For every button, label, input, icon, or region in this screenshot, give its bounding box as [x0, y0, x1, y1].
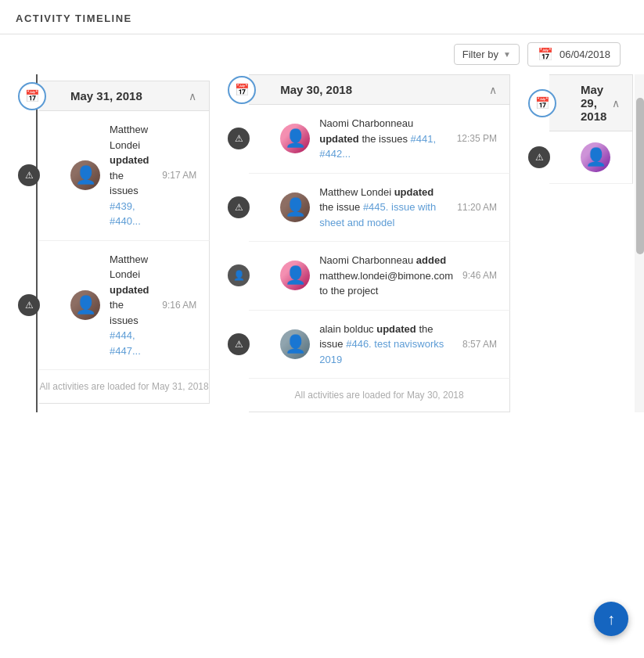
day-title-may29: May 29, 2018	[581, 83, 612, 123]
day-header-may31: 📅 May 31, 2018 ∧	[39, 81, 210, 111]
activity-item-5: 👤 👤 Naomi Charbonneau added matthew.lond…	[249, 242, 510, 311]
page-title: ACTIVITY TIMELINE	[16, 13, 132, 24]
page-header: ACTIVITY TIMELINE	[0, 0, 644, 34]
day-section-may29: 📅 May 29, 2018 ∧ ⚠ 👤	[534, 74, 633, 412]
day-section-may30: 📅 May 30, 2018 ∧ ⚠ 👤 Naomi Charbonneau u…	[233, 74, 510, 412]
calendar-icon: 📅	[538, 47, 553, 62]
day-title-may30: May 30, 2018	[280, 83, 489, 96]
activity-text-6: alain bolduc updated the issue #446. tes…	[319, 322, 453, 368]
day-header-calendar-icon-30: 📅	[228, 76, 256, 104]
activity-warning-icon-3: ⚠	[228, 128, 250, 149]
avatar-6: 👤	[280, 329, 310, 359]
day-header-calendar-icon-29: 📅	[528, 89, 556, 117]
avatar-1: 👤	[70, 160, 100, 190]
activity-time-1: 9:17 AM	[162, 170, 196, 181]
avatar-7: 👤	[581, 142, 610, 172]
activity-time-6: 8:57 AM	[462, 339, 497, 350]
filter-button[interactable]: Filter by ▼	[454, 44, 520, 65]
activity-text-3: Naomi Charbonneau updated the issues #44…	[319, 116, 447, 162]
all-loaded-may31: All activities are loaded for May 31, 20…	[39, 370, 210, 404]
activity-item-6: ⚠ 👤 alain bolduc updated the issue #446.…	[249, 311, 510, 379]
avatar-4: 👤	[280, 192, 310, 222]
all-loaded-may30: All activities are loaded for May 30, 20…	[249, 379, 510, 412]
activity-text-4: Matthew Londei updated the issue #445. i…	[319, 185, 448, 231]
activity-warning-icon-7: ⚠	[528, 146, 550, 168]
scroll-to-top-fab[interactable]: ↑	[594, 602, 628, 636]
activity-item-7: ⚠ 👤	[549, 131, 633, 184]
filter-label: Filter by	[462, 49, 498, 60]
activity-item-2: ⚠ 👤 Matthew Londei updated the issues #4…	[39, 241, 210, 371]
day-header-may30: 📅 May 30, 2018 ∧	[249, 74, 510, 105]
activity-text-2: Matthew Londei updated the issues #444, …	[110, 252, 153, 359]
arrow-up-icon: ↑	[607, 610, 615, 628]
page-wrapper: ACTIVITY TIMELINE Filter by ▼ 📅 06/04/20…	[0, 0, 644, 412]
avatar-2: 👤	[70, 290, 100, 320]
toolbar: Filter by ▼ 📅 06/04/2018	[0, 34, 644, 74]
day-section-may31: 📅 May 31, 2018 ∧ ⚠ 👤 Matthew Londei upda…	[23, 81, 210, 412]
activity-warning-icon-1: ⚠	[18, 164, 40, 186]
day-title-may31: May 31, 2018	[70, 89, 189, 102]
activity-time-5: 9:46 AM	[462, 270, 497, 281]
activity-time-4: 11:20 AM	[457, 202, 497, 213]
scrollbar-thumb[interactable]	[636, 98, 644, 254]
issue-link-4[interactable]: #445. issue with sheet and model	[319, 201, 436, 228]
content-area: 📅 May 31, 2018 ∧ ⚠ 👤 Matthew Londei upda…	[0, 74, 644, 412]
activity-text-1: Matthew Londei updated the issues #439, …	[110, 122, 153, 229]
activity-warning-icon-2: ⚠	[18, 294, 40, 316]
collapse-icon-may30[interactable]: ∧	[489, 84, 497, 96]
day-header-calendar-icon: 📅	[18, 82, 46, 110]
date-picker[interactable]: 📅 06/04/2018	[527, 42, 621, 67]
activity-warning-icon-4: ⚠	[228, 196, 250, 218]
activity-item-4: ⚠ 👤 Matthew Londei updated the issue #44…	[249, 174, 510, 243]
activity-text-5: Naomi Charbonneau added matthew.londei@b…	[319, 253, 453, 299]
activity-time-3: 12:35 PM	[457, 133, 497, 144]
chevron-down-icon: ▼	[503, 50, 511, 59]
issue-link-6[interactable]: #446. test navisworks 2019	[319, 338, 444, 365]
activity-warning-icon-6: ⚠	[228, 333, 250, 355]
activity-person-icon-5: 👤	[228, 264, 250, 286]
activity-item-1: ⚠ 👤 Matthew Londei updated the issues #4…	[39, 111, 210, 241]
issue-link-1[interactable]: #439, #440...	[110, 200, 141, 228]
collapse-icon-may31[interactable]: ∧	[189, 90, 196, 102]
avatar-5: 👤	[280, 261, 310, 290]
day-header-may29: 📅 May 29, 2018 ∧	[549, 74, 633, 131]
activity-item-3: ⚠ 👤 Naomi Charbonneau updated the issues…	[249, 105, 510, 174]
issue-link-2[interactable]: #444, #447...	[110, 329, 141, 357]
collapse-icon-may29[interactable]: ∧	[612, 97, 620, 110]
activity-time-2: 9:16 AM	[162, 300, 196, 311]
avatar-3: 👤	[280, 124, 310, 153]
scrollbar-track[interactable]	[635, 74, 644, 412]
date-value: 06/04/2018	[559, 49, 610, 60]
